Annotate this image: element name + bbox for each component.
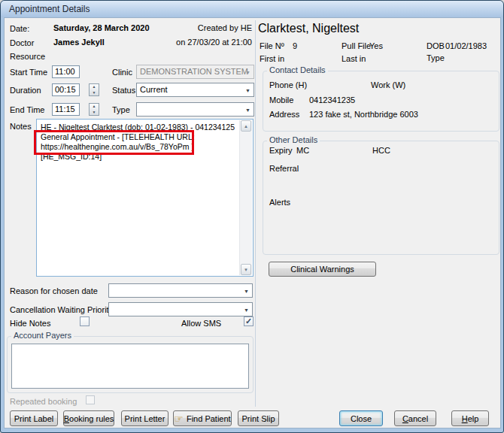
allow-sms-label: Allow SMS (181, 319, 221, 328)
file-no-value: 9 (293, 41, 297, 50)
spin-down-icon[interactable]: ▼ (90, 90, 99, 96)
other-details-group (263, 141, 499, 255)
clinical-warnings-button[interactable]: Clinical Warnings (269, 262, 376, 277)
file-no-label: File Nº (260, 41, 284, 50)
start-time-label: Start Time (10, 68, 47, 77)
account-payers-list[interactable] (11, 344, 249, 389)
status-label: Status (112, 86, 135, 95)
scroll-up-icon[interactable]: ▲ (241, 120, 251, 132)
type-label: Type (112, 105, 130, 114)
repeated-booking-checkbox: ✓ (86, 395, 95, 404)
duration-label: Duration (10, 86, 41, 95)
phone-home-label: Phone (H) (269, 80, 307, 89)
clinic-label: Clinic (112, 68, 132, 77)
print-letter-text: Print Letter (125, 414, 165, 423)
help-text: Help (462, 414, 479, 423)
status-value: Current (140, 85, 168, 94)
pull-file-value: Yes (369, 41, 383, 50)
mc-label: MC (296, 146, 309, 155)
last-in-label: Last in (342, 54, 366, 63)
title-bar[interactable]: Appointment Details (1, 1, 503, 17)
appointment-details-dialog: Appointment Details Date: Saturday, 28 M… (0, 0, 504, 433)
print-slip-text: Print Slip (241, 414, 275, 423)
spin-up-icon[interactable]: ▲ (90, 104, 99, 110)
end-time-input[interactable]: 11:15 (52, 103, 80, 116)
created-on: on 27/03/20 at 21:00 (151, 38, 252, 47)
resource-label: Resource (10, 52, 45, 61)
clinic-value: DEMONSTRATION SYSTEM (140, 67, 248, 76)
notes-label: Notes (10, 122, 32, 131)
chevron-down-icon[interactable]: ▼ (245, 87, 250, 92)
date-value: Saturday, 28 March 2020 (53, 23, 150, 32)
hide-notes-label: Hide Notes (10, 319, 50, 328)
other-details-title: Other Details (267, 135, 320, 144)
pull-file-label: Pull File (342, 41, 371, 50)
print-letter-button[interactable]: Print Letter (121, 410, 169, 426)
cancellation-priority-label: Cancellation Waiting Priority (10, 305, 113, 314)
doctor-label: Doctor (10, 38, 34, 47)
dob-label: DOB (427, 41, 445, 50)
close-text: Close (351, 414, 372, 423)
cancellation-priority-select[interactable]: ▼ (108, 302, 253, 316)
close-button[interactable]: Close (339, 410, 383, 426)
print-slip-button[interactable]: Print Slip (238, 410, 279, 426)
find-patient-text: Find Patient (187, 414, 231, 423)
chevron-down-icon: ▼ (245, 69, 250, 74)
chevron-down-icon[interactable]: ▼ (245, 107, 250, 112)
chevron-down-icon[interactable]: ▼ (244, 288, 249, 293)
allow-sms-checkbox[interactable]: ✓ (244, 316, 254, 326)
patient-name: Clarktest, Nigeltest (258, 22, 359, 35)
start-time-input[interactable]: 11:00 (52, 65, 80, 78)
referral-label: Referral (269, 164, 299, 173)
telehealth-url-highlight-box (34, 130, 194, 155)
expiry-label: Expiry (269, 146, 293, 155)
duration-input[interactable]: 00:15 (52, 83, 80, 96)
type-select[interactable]: ▼ (136, 102, 254, 117)
cancel-text: Cancel (402, 414, 428, 423)
address-value: 123 fake st, Northbridge 6003 (309, 110, 418, 119)
work-phone-label: Work (W) (371, 80, 405, 89)
notes-scrollbar[interactable]: ▲ ▼ (239, 120, 252, 275)
first-in-label: First in (260, 54, 284, 63)
mobile-value: 0412341235 (309, 95, 355, 104)
doctor-value: James Jekyll (53, 38, 105, 47)
address-label: Address (269, 110, 299, 119)
status-select[interactable]: Current ▼ (136, 83, 254, 97)
repeated-booking-label: Repeated booking (10, 397, 77, 406)
help-button[interactable]: Help (451, 410, 489, 426)
print-label-text: Print Label (14, 414, 54, 423)
clinical-warnings-label: Clinical Warnings (290, 265, 354, 274)
booking-rules-button[interactable]: Booking rules (63, 410, 114, 426)
scroll-down-icon[interactable]: ▼ (241, 264, 251, 275)
pointing-hand-icon: ☞ (174, 413, 184, 424)
date-label: Date: (10, 24, 29, 33)
check-icon: ✓ (245, 316, 252, 326)
duration-stepper[interactable]: ▲ ▼ (89, 83, 99, 96)
end-time-label: End Time (10, 105, 44, 114)
account-payers-title: Account Payers (11, 331, 74, 340)
cancel-button[interactable]: Cancel (394, 410, 436, 426)
dob-value: 01/02/1983 (445, 41, 487, 50)
alerts-label: Alerts (269, 198, 290, 207)
clinic-select: DEMONSTRATION SYSTEM ▼ (136, 65, 254, 79)
created-by: Created by HE (151, 23, 252, 32)
find-patient-button[interactable]: ☞ Find Patient (173, 410, 232, 426)
reason-label: Reason for chosen date (10, 286, 98, 295)
contact-details-title: Contact Details (267, 65, 328, 74)
hide-notes-checkbox[interactable]: ✓ (80, 316, 90, 326)
dialog-title: Appointment Details (9, 4, 90, 14)
booking-rules-text: Booking rules (64, 414, 114, 423)
hcc-label: HCC (372, 146, 390, 155)
print-label-button[interactable]: Print Label (10, 410, 58, 426)
spin-up-icon[interactable]: ▲ (90, 84, 99, 90)
patient-type-label: Type (427, 53, 445, 62)
spin-down-icon[interactable]: ▼ (90, 110, 99, 116)
reason-select[interactable]: ▼ (108, 283, 253, 298)
mobile-label: Mobile (269, 95, 293, 104)
end-time-stepper[interactable]: ▲ ▼ (89, 103, 99, 116)
panel-divider (255, 20, 256, 407)
chevron-down-icon[interactable]: ▼ (244, 307, 249, 312)
